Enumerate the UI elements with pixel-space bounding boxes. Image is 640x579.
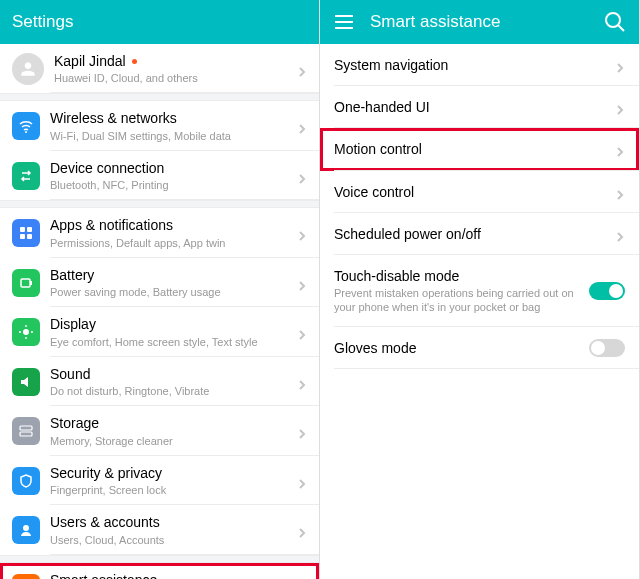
item-subtitle: Power saving mode, Battery usage: [50, 285, 291, 299]
smart-assist-item-motion-control[interactable]: Motion control: [320, 128, 639, 170]
item-subtitle: Users, Cloud, Accounts: [50, 533, 291, 547]
chevron-right-icon: [615, 102, 625, 112]
search-icon[interactable]: [603, 10, 627, 34]
toggle-switch[interactable]: [589, 282, 625, 300]
svg-point-3: [606, 13, 620, 27]
hand-icon: [12, 574, 40, 579]
item-subtitle: Prevent mistaken operations being carrie…: [334, 286, 589, 315]
smart-assist-item-one-handed-ui[interactable]: One-handed UI: [320, 86, 639, 128]
item-title: Motion control: [334, 140, 609, 158]
item-title: Wireless & networks: [50, 109, 291, 127]
settings-appbar: Settings: [0, 0, 319, 44]
sun-icon: [12, 318, 40, 346]
item-subtitle: Eye comfort, Home screen style, Text sty…: [50, 335, 291, 349]
smart-assistance-title: Smart assistance: [370, 12, 603, 32]
settings-item-apps-notifications[interactable]: Apps & notificationsPermissions, Default…: [0, 208, 319, 257]
smart-assist-item-voice-control[interactable]: Voice control: [320, 171, 639, 213]
item-subtitle: Bluetooth, NFC, Printing: [50, 178, 291, 192]
account-row[interactable]: Kapil Jindal Huawei ID, Cloud, and other…: [0, 44, 319, 93]
chevron-right-icon: [297, 228, 307, 238]
smart-assist-item-scheduled-power-on-off[interactable]: Scheduled power on/off: [320, 213, 639, 255]
settings-item-security-privacy[interactable]: Security & privacyFingerprint, Screen lo…: [0, 456, 319, 505]
item-subtitle: Fingerprint, Screen lock: [50, 483, 291, 497]
item-title: Users & accounts: [50, 513, 291, 531]
chevron-right-icon: [297, 278, 307, 288]
chevron-right-icon: [297, 121, 307, 131]
item-title: Apps & notifications: [50, 216, 291, 234]
settings-item-display[interactable]: DisplayEye comfort, Home screen style, T…: [0, 307, 319, 356]
item-subtitle: Do not disturb, Ringtone, Vibrate: [50, 384, 291, 398]
menu-icon[interactable]: [332, 10, 356, 34]
chevron-right-icon: [615, 229, 625, 239]
item-title: Battery: [50, 266, 291, 284]
item-subtitle: Memory, Storage cleaner: [50, 434, 291, 448]
settings-item-smart-assistance[interactable]: Smart assistanceSystem navigation, Navig…: [0, 563, 319, 579]
item-title: Sound: [50, 365, 291, 383]
item-title: System navigation: [334, 56, 609, 74]
account-subtitle: Huawei ID, Cloud, and others: [54, 71, 291, 85]
settings-item-wireless-networks[interactable]: Wireless & networksWi-Fi, Dual SIM setti…: [0, 101, 319, 150]
smart-assistance-appbar: Smart assistance: [320, 0, 639, 44]
chevron-right-icon: [297, 327, 307, 337]
user-icon: [12, 516, 40, 544]
section-divider: [0, 200, 319, 208]
chevron-right-icon: [297, 171, 307, 181]
smart-assist-item-system-navigation[interactable]: System navigation: [320, 44, 639, 86]
item-title: Device connection: [50, 159, 291, 177]
settings-title: Settings: [12, 12, 307, 32]
chevron-right-icon: [297, 64, 307, 74]
settings-panel: Settings Kapil Jindal Huawei ID, Cloud, …: [0, 0, 320, 579]
svg-line-4: [618, 25, 624, 31]
item-title: Gloves mode: [334, 339, 589, 357]
avatar-icon: [12, 53, 44, 85]
item-title: Touch-disable mode: [334, 267, 589, 285]
shield-icon: [12, 467, 40, 495]
toggle-switch[interactable]: [589, 339, 625, 357]
battery-icon: [12, 269, 40, 297]
chevron-right-icon: [297, 377, 307, 387]
chevron-right-icon: [615, 187, 625, 197]
item-subtitle: Permissions, Default apps, App twin: [50, 236, 291, 250]
smart-assist-item-touch-disable-mode[interactable]: Touch-disable modePrevent mistaken opera…: [320, 255, 639, 327]
item-title: One-handed UI: [334, 98, 609, 116]
server-icon: [12, 417, 40, 445]
item-title: Storage: [50, 414, 291, 432]
volume-icon: [12, 368, 40, 396]
item-title: Scheduled power on/off: [334, 225, 609, 243]
account-name: Kapil Jindal: [54, 52, 126, 70]
item-title: Smart assistance: [50, 571, 291, 579]
settings-item-battery[interactable]: BatteryPower saving mode, Battery usage: [0, 258, 319, 307]
item-title: Voice control: [334, 183, 609, 201]
settings-content: Kapil Jindal Huawei ID, Cloud, and other…: [0, 44, 319, 579]
swap-icon: [12, 162, 40, 190]
chevron-right-icon: [297, 476, 307, 486]
smart-assistance-content: System navigationOne-handed UIMotion con…: [320, 44, 639, 579]
notification-dot-icon: [132, 59, 137, 64]
grid-icon: [12, 219, 40, 247]
item-title: Display: [50, 315, 291, 333]
settings-item-users-accounts[interactable]: Users & accountsUsers, Cloud, Accounts: [0, 505, 319, 554]
settings-item-storage[interactable]: StorageMemory, Storage cleaner: [0, 406, 319, 455]
settings-item-sound[interactable]: SoundDo not disturb, Ringtone, Vibrate: [0, 357, 319, 406]
item-title: Security & privacy: [50, 464, 291, 482]
chevron-right-icon: [615, 144, 625, 154]
item-subtitle: Wi-Fi, Dual SIM settings, Mobile data: [50, 129, 291, 143]
wifi-icon: [12, 112, 40, 140]
chevron-right-icon: [297, 426, 307, 436]
smart-assist-item-gloves-mode[interactable]: Gloves mode: [320, 327, 639, 369]
chevron-right-icon: [615, 60, 625, 70]
settings-item-device-connection[interactable]: Device connectionBluetooth, NFC, Printin…: [0, 151, 319, 200]
section-divider: [0, 93, 319, 101]
chevron-right-icon: [297, 525, 307, 535]
smart-assistance-panel: Smart assistance System navigationOne-ha…: [320, 0, 640, 579]
section-divider: [0, 555, 319, 563]
